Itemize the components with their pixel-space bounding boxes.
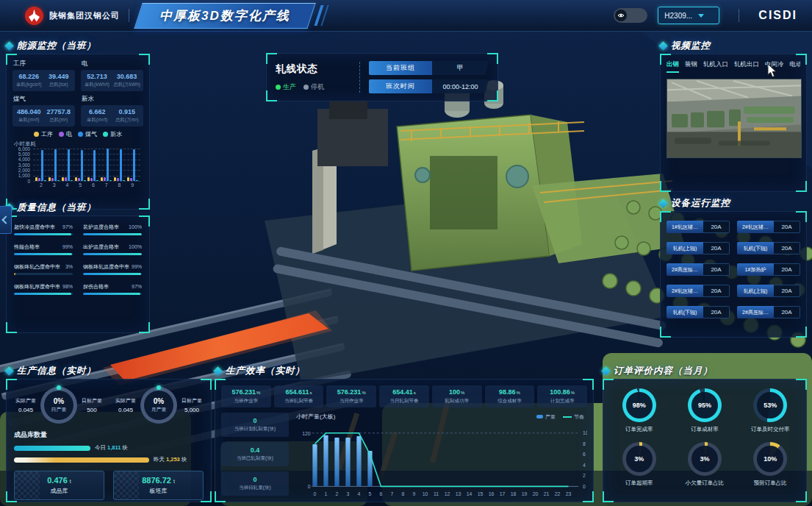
quality-item: 钢板终轧凸度命中率3% (14, 263, 73, 275)
quality-item: 钢板终轧温度命中率99% (83, 263, 142, 275)
svg-text:6: 6 (583, 452, 586, 457)
legend-item: 产量 (536, 413, 556, 421)
svg-text:15: 15 (478, 491, 484, 496)
svg-text:13: 13 (456, 491, 461, 496)
equipment-row: 1#轧区辅… 20A (667, 221, 730, 233)
quality-grid: 超快冷温度命中率97% 装炉温度合格率100% 性能合格率99% 出炉温度合格率… (14, 224, 142, 295)
hourly-chart-area: 小时产量(大板) 产量节奏 12000246810012345678910111… (296, 413, 587, 506)
quality-item: 超快冷温度命中率97% (14, 224, 73, 235)
order-gauge: 3% 小欠量订单占比 (686, 442, 725, 487)
hourly-chart-title: 小时产量(大板) (296, 413, 335, 421)
panel-diamond-icon (658, 41, 668, 51)
svg-text:9: 9 (413, 491, 416, 496)
quadrant-name: 新水 (82, 95, 143, 104)
legend-item: 新水 (103, 130, 122, 138)
order-gauge: 10% 预留订单占比 (753, 442, 787, 487)
energy-quadrant: 新水 6.662单耗(m³/t) 0.915总耗(万m³) (81, 94, 143, 126)
svg-text:0: 0 (583, 484, 586, 489)
dashboard: 陕钢集团汉钢公司 中厚板3D数字化产线 H2309... CISDI 能源监控（… (0, 0, 812, 506)
panel-diamond-icon (4, 41, 14, 51)
quality-panel-title: 质量信息（当班） (17, 202, 96, 214)
page-title: 中厚板3D数字化产线 (159, 7, 290, 24)
svg-text:4: 4 (583, 463, 586, 468)
panel-diamond-icon (4, 366, 14, 376)
equipment-grid: 1#轧区辅… 20A 2#轧区辅… 20A 轧机(上辊) 20A 轧机(下辊) … (667, 221, 800, 318)
visibility-toggle[interactable] (614, 8, 647, 23)
video-tab-1[interactable]: 装钢 (685, 60, 697, 73)
svg-text:21: 21 (544, 491, 550, 496)
panel-diamond-icon (213, 366, 223, 376)
production-donut: 0%日产量 (40, 387, 77, 424)
production-donut: 0%月产量 (140, 387, 177, 424)
quality-item: 装炉温度合格率100% (83, 224, 142, 235)
equipment-row: 轧机(下辊) 20A (667, 306, 730, 318)
energy-quadrant: 煤气 486.040单耗(m³/t) 27757.8总耗(m³) (12, 94, 75, 126)
svg-text:8: 8 (402, 491, 405, 496)
order-gauge: 98% 订单完成率 (622, 388, 656, 433)
company-logo-icon (25, 7, 43, 25)
quality-item: 出炉温度合格率100% (83, 243, 142, 255)
hourly-chart-svg: 1200024681001234567891011121314151617181… (296, 421, 587, 505)
svg-text:3: 3 (347, 491, 350, 496)
svg-text:10: 10 (583, 430, 587, 435)
equipment-row: 1#加热炉 20A (737, 263, 800, 276)
video-tab-0[interactable]: 出钢 (667, 60, 679, 73)
legend-item: 工序 (34, 130, 53, 138)
video-tab-5[interactable]: 电动热 (790, 60, 801, 73)
panel-diamond-icon (658, 199, 668, 208)
cisdi-logo: CISDI (758, 9, 797, 22)
efficiency-card: 576.231% 当班作业率 (221, 385, 271, 407)
orders-panel-title: 订单评价内容（当月） (614, 365, 713, 377)
efficiency-box: 0 当班计划轧制量(块) (221, 413, 289, 437)
bar-group (114, 149, 125, 181)
device-dropdown[interactable]: H2309... (658, 7, 719, 24)
video-tab-4[interactable]: 中间冷 (765, 60, 784, 73)
quality-item: 探伤合格率97% (83, 283, 142, 295)
energy-quadrant: 电 52.713单耗(kWh/t) 30.683总耗(万kWh) (81, 59, 143, 91)
svg-text:0: 0 (314, 491, 317, 496)
chevron-down-icon (698, 14, 704, 18)
bar-group (127, 149, 138, 181)
status-rows: 当前班组 甲 班次时间 00:00-12:00 (369, 61, 489, 93)
svg-text:20: 20 (533, 491, 539, 496)
production-panel: 生产信息（实时） 实际产量0.045 0%日产量 目标产量500 实际产量0.0… (6, 365, 212, 502)
efficiency-box: 0 当班待轧量(块) (221, 471, 289, 496)
video-panel-title: 视频监控 (671, 40, 711, 52)
header-divider (739, 9, 739, 22)
svg-text:22: 22 (555, 491, 561, 496)
svg-text:2: 2 (336, 491, 339, 496)
equipment-row: 2#高压除… 20A (737, 306, 800, 318)
svg-text:5: 5 (369, 491, 372, 496)
energy-panel-title: 能源监控（当班） (17, 40, 96, 52)
warehouse-boxes: 0.476t 成品库 8876.72t 板坯库 (14, 471, 204, 500)
quality-panel: 质量信息（当班） 超快冷温度命中率97% 装炉温度合格率100% 性能合格率99… (6, 202, 150, 333)
video-tab-2[interactable]: 轧机入口 (703, 60, 728, 73)
status-legend-item: 停机 (303, 82, 324, 92)
warehouse-box: 0.476t 成品库 (14, 471, 104, 500)
panel-diamond-icon (601, 366, 611, 376)
status-row: 班次时间 00:00-12:00 (369, 79, 489, 93)
energy-legend: 工序电煤气新水 (12, 130, 143, 138)
energy-chart-ylabel: 小时单耗 (14, 140, 143, 148)
equipment-row: 轧机(上辊) 20A (737, 285, 800, 297)
header: 陕钢集团汉钢公司 中厚板3D数字化产线 H2309... CISDI (0, 0, 812, 32)
svg-text:14: 14 (467, 491, 473, 496)
video-tabs: 出钢装钢轧机入口轧机出口中间冷电动热 (667, 60, 800, 73)
production-group: 实际产量0.045 0%月产量 目标产量5,000 (114, 387, 204, 424)
collapse-left-button[interactable] (0, 206, 12, 234)
header-divider (129, 9, 129, 22)
quality-item: 钢板终轧厚度命中率98% (14, 283, 73, 295)
video-feed[interactable] (667, 79, 802, 158)
inventory-title: 成品库数量 (14, 430, 204, 440)
svg-text:6: 6 (380, 491, 383, 496)
equipment-row: 2#高压除… 20A (667, 263, 730, 276)
energy-quadrants: 工序 68.226单耗(kgce/t) 39.449总耗(tce) 电 52.7… (12, 59, 143, 126)
chevron-left-icon (1, 215, 10, 224)
video-tab-3[interactable]: 轧机出口 (734, 60, 759, 73)
equipment-panel-title: 设备运行监控 (671, 197, 730, 210)
eye-icon (615, 10, 627, 21)
quadrant-name: 电 (82, 60, 143, 68)
bar-group (48, 149, 60, 181)
equipment-row: 2#轧区辅… 20A (667, 285, 730, 297)
production-donuts: 实际产量0.045 0%日产量 目标产量500 实际产量0.045 0%月产量 … (14, 387, 204, 424)
